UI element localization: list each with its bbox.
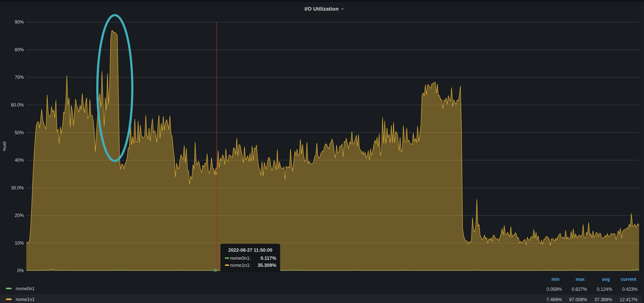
svg-text:90%: 90% [15, 20, 24, 24]
svg-text:%util: %util [2, 142, 7, 151]
svg-text:60.0%: 60.0% [11, 102, 24, 108]
svg-text:0%: 0% [17, 268, 24, 273]
svg-text:50%: 50% [15, 130, 24, 135]
svg-text:20%: 20% [15, 213, 24, 218]
svg-text:40%: 40% [15, 158, 24, 163]
svg-text:30.0%: 30.0% [11, 185, 24, 190]
svg-text:70%: 70% [15, 75, 24, 80]
svg-text:80%: 80% [15, 47, 24, 52]
svg-text:10%: 10% [15, 240, 24, 246]
